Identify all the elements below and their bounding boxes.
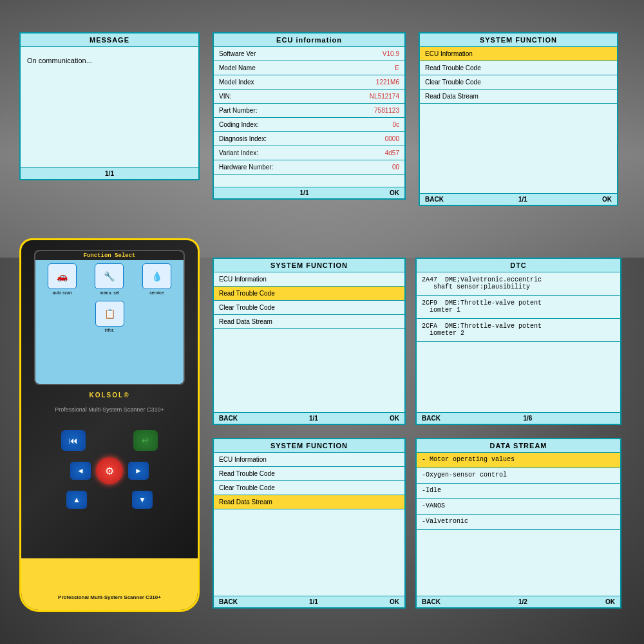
back-to-start-button[interactable]: ⏮: [61, 430, 86, 451]
datastream-footer: BACK 1/2 OK: [417, 596, 620, 607]
ecu-row-label: Hardware Number:: [219, 164, 273, 171]
ecu-row-value: NL512174: [370, 93, 399, 100]
ecu-row: Coding Index:0c: [214, 118, 404, 132]
ecu-rows: Software VerV10.9Model NameEModel Index1…: [214, 47, 404, 175]
ecu-row-value: V10.9: [383, 50, 399, 57]
screen-icon-infor[interactable]: 📋 infor.: [95, 301, 124, 332]
screen-icon-manusel[interactable]: 🔧 manu. sel: [95, 263, 124, 295]
system-bot-item[interactable]: Read Data Stream: [214, 495, 404, 509]
system-bot-item-label: ECU Information: [219, 456, 267, 463]
datastream-item[interactable]: - Motor operating values: [417, 453, 620, 468]
brand-text: KOLSOL: [89, 392, 124, 399]
datastream-item[interactable]: -VANOS: [417, 499, 620, 515]
system-mid-header: SYSTEM FUNCTION: [214, 259, 404, 272]
ecu-row-label: Part Number:: [219, 107, 257, 114]
ecu-row-label: Model Name: [219, 64, 256, 71]
down-button[interactable]: ▼: [132, 491, 153, 509]
dtc-entry: 2CF9 DME:Throttle-valve potent iomter 1: [417, 296, 620, 319]
system-bot-item[interactable]: ECU Information: [214, 453, 404, 467]
left-nav-button[interactable]: ◄: [70, 462, 91, 480]
ecu-row: Variant Index:4d57: [214, 146, 404, 160]
datastream-footer-back[interactable]: BACK: [422, 598, 440, 605]
datastream-header: DATA STREAM: [417, 439, 620, 453]
system-mid-item-label: ECU Information: [219, 276, 267, 283]
system-top-item[interactable]: Read Data Stream: [420, 90, 617, 104]
system-bot-footer-page: 1/1: [309, 598, 318, 605]
message-content: On communication...: [21, 47, 198, 74]
device-buttons: ⏮ ↵ ◄ ⚙ ► ▲ ▼: [31, 430, 188, 509]
manusel-label: manu. sel: [95, 290, 124, 295]
system-bot-item-label: Read Trouble Code: [219, 470, 275, 477]
system-bot-header: SYSTEM FUNCTION: [214, 439, 404, 453]
system-mid-footer-page: 1/1: [309, 415, 318, 422]
system-mid-rows: ECU InformationRead Trouble CodeClear Tr…: [214, 272, 404, 329]
ecu-row-label: Diagnosis Index:: [219, 135, 267, 142]
right-nav-button[interactable]: ►: [128, 462, 149, 480]
ecu-row-value: 7581123: [374, 107, 399, 114]
system-top-item[interactable]: Clear Trouble Code: [420, 75, 617, 90]
dtc-footer: BACK 1/6: [417, 412, 620, 424]
datastream-item[interactable]: -Oxygen-sensor control: [417, 468, 620, 484]
system-bot-footer-back[interactable]: BACK: [219, 598, 238, 605]
screen-bottom-row: 📋 infor.: [35, 301, 184, 332]
ecu-row-label: VIN:: [219, 93, 231, 100]
datastream-footer-page: 1/2: [518, 598, 527, 605]
message-header: MESSAGE: [21, 33, 198, 47]
ecu-row-label: Model Index: [219, 79, 254, 86]
dtc-entry: 2A47 DME;Valvetronic.eccentric shaft sen…: [417, 272, 620, 296]
ecu-footer: 1/1 OK: [214, 187, 404, 198]
enter-button[interactable]: ↵: [133, 430, 158, 451]
system-top-footer-page: 1/1: [518, 196, 527, 203]
system-top-footer-ok[interactable]: OK: [602, 196, 612, 203]
system-top-item[interactable]: Read Trouble Code: [420, 61, 617, 75]
datastream-footer-ok[interactable]: OK: [605, 598, 615, 605]
ecu-row-label: Coding Index:: [219, 121, 259, 128]
system-top-header: SYSTEM FUNCTION: [420, 33, 617, 47]
ecu-row: VIN:NL512174: [214, 90, 404, 104]
system-bot-item[interactable]: Read Trouble Code: [214, 467, 404, 481]
system-bot-footer-ok[interactable]: OK: [390, 598, 399, 605]
system-bot-panel: SYSTEM FUNCTION ECU InformationRead Trou…: [213, 438, 406, 609]
system-bot-item-label: Clear Trouble Code: [219, 484, 275, 491]
ecu-row: Part Number:7581123: [214, 104, 404, 118]
settings-button[interactable]: ⚙: [96, 457, 123, 484]
dtc-panel: DTC 2A47 DME;Valvetronic.eccentric shaft…: [415, 258, 621, 425]
ecu-footer-right: OK: [390, 189, 399, 196]
ecu-row-value: E: [395, 64, 399, 71]
up-button[interactable]: ▲: [66, 491, 87, 509]
ecu-row: Model Index1221M6: [214, 75, 404, 90]
system-mid-item[interactable]: Clear Trouble Code: [214, 301, 404, 315]
system-top-footer-back[interactable]: BACK: [425, 196, 444, 203]
device: Function Select 🚗 auto scan 🔧 manu. sel …: [19, 238, 200, 612]
screen-icon-autoscan[interactable]: 🚗 auto scan: [48, 263, 77, 295]
datastream-item[interactable]: -Valvetronic: [417, 515, 620, 530]
dtc-footer-back[interactable]: BACK: [422, 415, 440, 422]
datastream-item[interactable]: -Idle: [417, 484, 620, 499]
system-bot-item[interactable]: Clear Trouble Code: [214, 481, 404, 495]
screen-icon-service[interactable]: 💧 service: [142, 263, 171, 295]
system-bot-rows: ECU InformationRead Trouble CodeClear Tr…: [214, 453, 404, 509]
system-top-panel: SYSTEM FUNCTION ECU InformationRead Trou…: [419, 32, 618, 206]
system-top-item-label: ECU Information: [425, 50, 473, 57]
system-mid-item-label: Read Data Stream: [219, 318, 272, 325]
system-mid-item-label: Read Trouble Code: [219, 290, 275, 297]
ecu-footer-center: 1/1: [300, 189, 309, 196]
system-mid-footer-ok[interactable]: OK: [390, 415, 399, 422]
system-mid-item[interactable]: ECU Information: [214, 272, 404, 287]
system-mid-item[interactable]: Read Data Stream: [214, 315, 404, 329]
system-mid-footer: BACK 1/1 OK: [214, 412, 404, 424]
device-screen: Function Select 🚗 auto scan 🔧 manu. sel …: [34, 250, 185, 385]
ecu-row: Software VerV10.9: [214, 47, 404, 61]
system-mid-item[interactable]: Read Trouble Code: [214, 287, 404, 301]
ecu-row-value: 0c: [392, 121, 399, 128]
system-mid-item-label: Clear Trouble Code: [219, 304, 275, 311]
dtc-header: DTC: [417, 259, 620, 272]
nav-center-row: ◄ ⚙ ►: [31, 457, 188, 484]
system-mid-footer-back[interactable]: BACK: [219, 415, 238, 422]
infor-icon: 📋: [95, 301, 124, 327]
dtc-entries: 2A47 DME;Valvetronic.eccentric shaft sen…: [417, 272, 620, 342]
system-top-item[interactable]: ECU Information: [420, 47, 617, 61]
footer-text: Professional Multi-System Scanner C310+: [21, 594, 198, 600]
screen-content: Function Select 🚗 auto scan 🔧 manu. sel …: [35, 251, 184, 384]
system-top-item-label: Clear Trouble Code: [425, 79, 481, 86]
